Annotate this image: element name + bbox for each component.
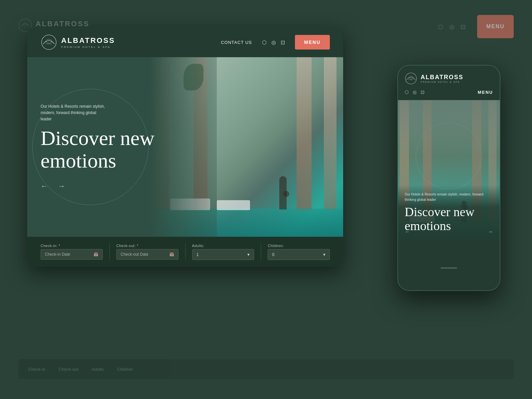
nav-instagram-icon[interactable]: ⊡ (281, 39, 285, 46)
mobile-title-line1: Discover new (405, 205, 474, 219)
children-label: Children: (268, 244, 330, 248)
contact-us-label[interactable]: CONTACT US (221, 40, 252, 45)
booking-divider-3 (261, 243, 261, 260)
bg-bottom-item-3: Adults (92, 367, 104, 372)
mobile-social-icons: ⬡ ◎ ⊡ (405, 89, 425, 95)
mobile-next-arrow[interactable]: → (488, 229, 493, 235)
column-3 (297, 57, 312, 210)
desktop-nav: CONTACT US ⬡ ◎ ⊡ MENU (221, 35, 330, 50)
mobile-logo-sub: PREMIUM HOTEL & SPA (421, 81, 464, 83)
mobile-hero-content: Our Hotels & Resorts remain stylish, mod… (398, 185, 500, 240)
mobile-instagram-icon[interactable]: ⊡ (421, 89, 425, 95)
desktop-logo-icon (41, 34, 57, 51)
lounge-2 (217, 200, 250, 210)
desktop-logo-text: ALBATROSS PREMIUM HOTEL & SPA (61, 36, 115, 49)
booking-divider-2 (185, 243, 186, 260)
mobile-mockup: ALBATROSS PREMIUM HOTEL & SPA ⬡ ◎ ⊡ MENU (397, 65, 500, 291)
desktop-logo-name: ALBATROSS (61, 36, 115, 45)
mobile-folio-icon[interactable]: ⬡ (405, 89, 409, 95)
desktop-hero: Our Hotels & Resorts remain stylish, mod… (27, 57, 343, 237)
desktop-logo-sub: PREMIUM HOTEL & SPA (61, 46, 115, 49)
bg-folio-icon: ⬡ (438, 23, 443, 31)
nav-tripadvisor-icon[interactable]: ◎ (271, 39, 276, 46)
children-value: 0 (272, 252, 274, 257)
adults-dropdown-icon: ▾ (247, 252, 250, 257)
desktop-booking-bar: Check-in: * Check-in Date 📅 Check-out: *… (27, 237, 343, 267)
adults-field: Adults: 1 ▾ (192, 244, 254, 260)
mobile-hero: Our Hotels & Resorts remain stylish, mod… (398, 100, 500, 240)
desktop-logo: ALBATROSS PREMIUM HOTEL & SPA (41, 34, 115, 51)
nav-social-icons: ⬡ ◎ ⊡ (262, 39, 285, 46)
mobile-tripadvisor-icon[interactable]: ◎ (413, 89, 417, 95)
hero-arrows: ← → (41, 182, 180, 191)
mobile-prev-arrow[interactable]: ← (405, 229, 410, 235)
bg-tripadvisor-icon: ◎ (449, 23, 455, 31)
booking-divider-1 (109, 243, 110, 260)
checkout-input[interactable]: Check-out Date 📅 (116, 249, 179, 260)
checkout-label: Check-out: * (116, 244, 179, 248)
mobile-logo-icon (405, 72, 417, 85)
bg-bottom-item-1: Check-in (28, 367, 45, 372)
mobile-logo-name: ALBATROSS (421, 74, 464, 81)
children-field: Children: 0 ▾ (268, 244, 330, 260)
desktop-mockup: ALBATROSS PREMIUM HOTEL & SPA CONTACT US… (27, 27, 343, 267)
bg-bottom-bar: Check-in Check-out Adults Children (18, 359, 514, 379)
checkin-field: Check-in: * Check-in Date 📅 (41, 244, 103, 260)
hero-title: Discover new emotions (41, 127, 180, 172)
adults-label: Adults: (192, 244, 254, 248)
svg-point-5 (405, 73, 416, 84)
checkout-field: Check-out: * Check-out Date 📅 (116, 244, 179, 260)
figure-head (283, 191, 289, 197)
checkin-placeholder: Check-in Date (45, 252, 70, 257)
svg-point-2 (42, 35, 56, 50)
bg-bottom-item-4: Children (117, 367, 133, 372)
checkin-input[interactable]: Check-in Date 📅 (41, 249, 103, 260)
nav-folio-icon[interactable]: ⬡ (262, 39, 267, 46)
adults-value: 1 (197, 252, 199, 257)
children-select[interactable]: 0 ▾ (268, 249, 330, 260)
desktop-menu-button[interactable]: MENU (295, 35, 330, 50)
mobile-nav-row: ⬡ ◎ ⊡ MENU (405, 89, 493, 95)
mobile-logo-text: ALBATROSS PREMIUM HOTEL & SPA (421, 74, 464, 83)
desktop-hero-content: Our Hotels & Resorts remain stylish, mod… (27, 57, 194, 237)
mobile-header: ALBATROSS PREMIUM HOTEL & SPA ⬡ ◎ ⊡ MENU (398, 66, 500, 100)
mobile-menu-label[interactable]: MENU (478, 90, 493, 95)
mobile-hero-arrows: → (488, 229, 493, 235)
adults-select[interactable]: 1 ▾ (192, 249, 254, 260)
checkin-calendar-icon: 📅 (93, 252, 98, 257)
checkin-label: Check-in: * (41, 244, 103, 248)
mobile-logo: ALBATROSS PREMIUM HOTEL & SPA (405, 72, 493, 85)
bg-menu-button[interactable]: MENU (477, 15, 514, 38)
checkout-placeholder: Check-out Date (121, 252, 148, 257)
hero-subtitle: Our Hotels & Resorts remain stylish, mod… (41, 103, 107, 123)
hero-title-line1: Discover new (41, 127, 155, 149)
hero-title-line2: emotions (41, 149, 116, 172)
mobile-hero-top-gradient (398, 100, 500, 184)
bg-social-icons: ⬡ ◎ ⊡ (438, 23, 466, 31)
column-4 (324, 57, 336, 210)
bg-logo-name: ALBATROSS (36, 20, 89, 28)
desktop-header: ALBATROSS PREMIUM HOTEL & SPA CONTACT US… (27, 27, 343, 57)
children-dropdown-icon: ▾ (323, 252, 326, 257)
svg-point-1 (23, 23, 27, 26)
hero-prev-arrow[interactable]: ← (41, 182, 48, 191)
mobile-title-line2: emotions (405, 219, 451, 233)
mobile-scroll-indicator (441, 267, 457, 269)
mobile-hero-title: Discover new emotions (405, 205, 493, 233)
checkout-calendar-icon: 📅 (169, 252, 174, 257)
hero-next-arrow[interactable]: → (58, 182, 65, 191)
bg-instagram-icon: ⊡ (461, 23, 466, 31)
bg-bottom-item-2: Check-out (59, 367, 78, 372)
mobile-hero-subtitle: Our Hotels & Resorts remain stylish, mod… (405, 192, 493, 202)
mobile-bottom (398, 240, 500, 291)
